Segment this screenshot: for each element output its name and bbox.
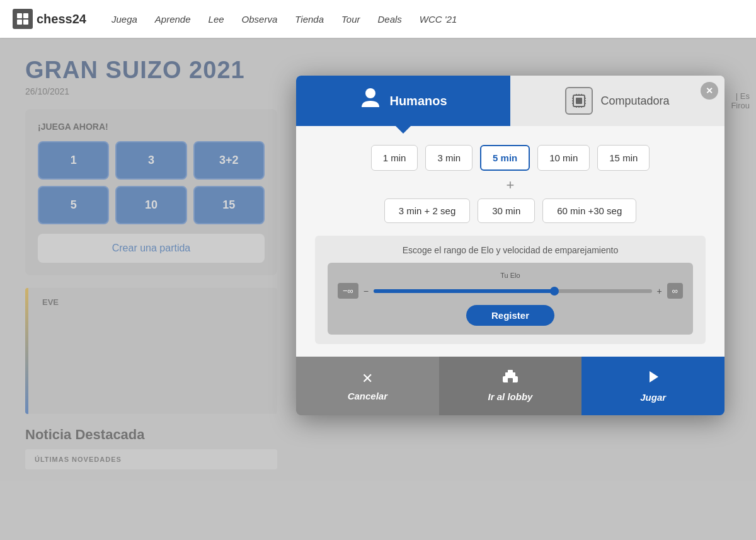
time-opt-3min[interactable]: 3 min [425,145,472,171]
elo-label: Escoge el rango de Elo y velocidad de em… [328,245,693,255]
cpu-icon [565,87,593,115]
svg-rect-1 [23,13,28,18]
svg-rect-3 [23,20,28,25]
nav-item-lee[interactable]: Lee [209,14,224,25]
svg-rect-0 [17,13,22,18]
time-opt-5min[interactable]: 5 min [480,145,530,171]
time-opt-1min[interactable]: 1 min [371,145,418,171]
slider-row: −∞ − + ∞ [338,283,683,299]
slider-fill [374,289,554,293]
play-button[interactable]: Jugar [581,357,724,415]
time-opt-15min[interactable]: 15 min [597,145,650,171]
cancel-label: Cancelar [348,391,387,401]
lobby-button[interactable]: Ir al lobby [439,357,582,415]
svg-rect-21 [508,370,513,374]
slider-thumb[interactable] [550,287,559,296]
cancel-icon: ✕ [362,371,373,387]
play-label: Jugar [640,392,666,403]
time-opt-3plus2[interactable]: 3 min + 2 seg [384,198,470,223]
modal-footer: ✕ Cancelar Ir al lobby Jugar [296,357,724,415]
minus-sign: − [364,286,369,296]
modal-tabs: Humanos [296,76,724,126]
nav-item-tienda[interactable]: Tienda [295,14,324,25]
nav-item-deals[interactable]: Deals [378,14,402,25]
nav-item-wcc[interactable]: WCC '21 [420,14,457,25]
plus-inf-button[interactable]: ∞ [667,283,683,299]
tab-humans-label: Humanos [389,94,447,108]
modal-body: 1 min 3 min 5 min 10 min 15 min + 3 min … [296,126,724,357]
plus-divider: + [315,177,706,193]
slider-container: Tu Elo −∞ − + ∞ Register [328,263,693,335]
elo-section: Escoge el rango de Elo y velocidad de em… [315,236,706,344]
minus-inf-button[interactable]: −∞ [338,283,358,299]
nav-item-aprende[interactable]: Aprende [155,14,191,25]
plus-sign: + [657,286,662,296]
logo[interactable]: chess24 [13,9,86,29]
lobby-label: Ir al lobby [488,391,533,402]
time-opt-10min[interactable]: 10 min [537,145,590,171]
logo-icon [13,9,33,29]
nav-item-observa[interactable]: Observa [242,14,278,25]
slider-track[interactable] [374,289,651,293]
lobby-icon [501,370,519,388]
tab-computer-label: Computadora [600,95,669,108]
nav-bar: Juega Aprende Lee Observa Tienda Tour De… [112,14,457,25]
svg-rect-2 [17,20,22,25]
nav-item-tour[interactable]: Tour [341,14,360,25]
svg-marker-23 [650,371,658,382]
time-options-row1: 1 min 3 min 5 min 10 min 15 min [315,145,706,171]
time-opt-30min[interactable]: 30 min [478,198,535,223]
elo-above-label: Tu Elo [338,272,683,279]
svg-rect-6 [576,98,582,104]
header: chess24 Juega Aprende Lee Observa Tienda… [0,0,756,38]
svg-rect-22 [508,378,513,382]
play-modal: ✕ Humanos [296,76,724,415]
cancel-button[interactable]: ✕ Cancelar [296,357,439,415]
logo-text: chess24 [37,12,86,26]
svg-point-4 [365,88,375,98]
register-button[interactable]: Register [466,305,554,326]
time-opt-60plus30[interactable]: 60 min +30 seg [542,198,636,223]
time-options-row2: 3 min + 2 seg 30 min 60 min +30 seg [315,198,706,223]
close-button[interactable]: ✕ [701,82,718,100]
nav-item-juega[interactable]: Juega [112,14,137,25]
human-icon [359,87,382,115]
tab-humans[interactable]: Humanos [296,76,510,126]
tab-computer[interactable]: Computadora [510,76,724,126]
play-icon [646,369,661,388]
